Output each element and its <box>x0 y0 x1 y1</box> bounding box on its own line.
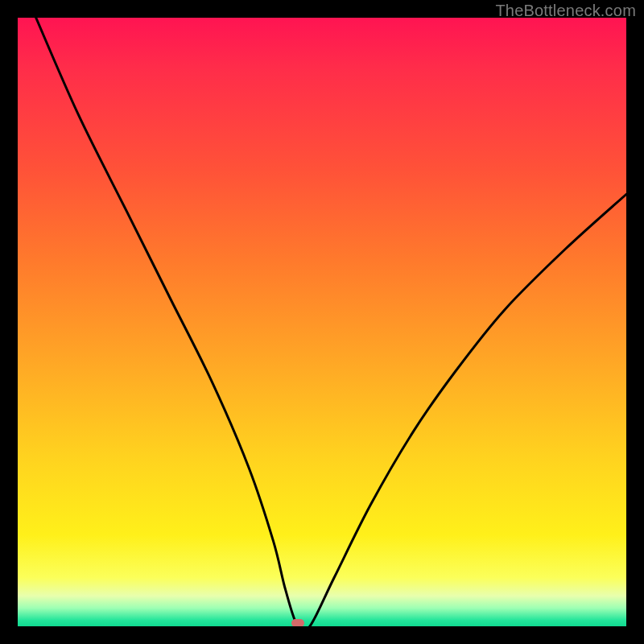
bottleneck-curve <box>18 18 626 626</box>
plot-area <box>18 18 626 626</box>
optimal-point-marker <box>291 619 304 626</box>
